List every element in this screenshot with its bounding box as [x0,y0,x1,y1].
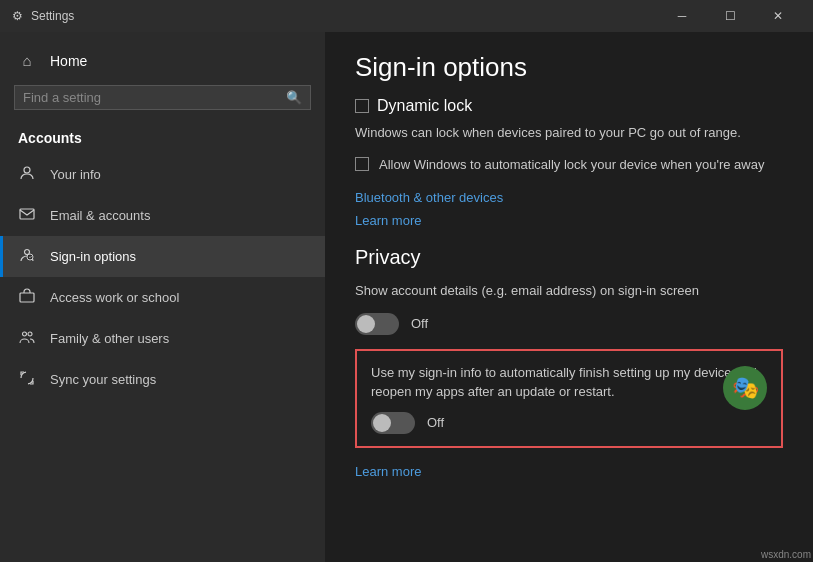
highlighted-box-text: Use my sign-in info to automatically fin… [371,363,767,402]
main-content: Sign-in options Dynamic lock Windows can… [325,32,813,562]
email-accounts-icon [18,206,36,225]
access-work-school-icon [18,288,36,307]
sidebar-item-email-accounts[interactable]: Email & accounts [0,195,325,236]
svg-point-6 [28,332,32,336]
sidebar-item-sync-settings[interactable]: Sync your settings [0,359,325,400]
your-info-icon [18,165,36,184]
toggle1-knob [357,315,375,333]
maximize-button[interactable]: ☐ [707,0,753,32]
home-label: Home [50,53,87,69]
sync-settings-label: Sync your settings [50,372,156,387]
svg-rect-4 [20,293,34,302]
title-bar-left: ⚙ Settings [12,9,74,23]
watermark: wsxdn.com [761,549,811,560]
sidebar-item-access-work-school[interactable]: Access work or school [0,277,325,318]
show-account-desc: Show account details (e.g. email address… [355,281,783,301]
dynamic-lock-desc: Windows can lock when devices paired to … [355,123,783,143]
allow-lock-checkbox[interactable] [355,157,369,171]
toggle2-row: Off [371,412,767,434]
svg-point-0 [24,167,30,173]
bluetooth-link[interactable]: Bluetooth & other devices [355,190,783,205]
title-bar: ⚙ Settings ─ ☐ ✕ [0,0,813,32]
toggle1-row: Off [355,313,783,335]
toggle2-knob [373,414,391,432]
sync-settings-icon [18,370,36,389]
dynamic-lock-checkbox[interactable] [355,99,369,113]
access-work-school-label: Access work or school [50,290,179,305]
dynamic-lock-header: Dynamic lock [355,97,783,115]
page-title: Sign-in options [355,52,783,83]
family-other-users-icon [18,329,36,348]
search-box: 🔍 [14,85,311,110]
sidebar-item-your-info[interactable]: Your info [0,154,325,195]
avatar: 🎭 [723,366,767,410]
svg-point-5 [23,332,27,336]
minimize-button[interactable]: ─ [659,0,705,32]
app-body: ⌂ Home 🔍 Accounts Your info [0,32,813,562]
home-icon: ⌂ [18,52,36,69]
sidebar-item-home[interactable]: ⌂ Home [0,42,325,79]
settings-icon: ⚙ [12,9,23,23]
toggle2-label: Off [427,415,444,430]
sidebar-section-label: Accounts [0,124,325,154]
sign-in-options-label: Sign-in options [50,249,136,264]
toggle2[interactable] [371,412,415,434]
title-bar-title: Settings [31,9,74,23]
dynamic-lock-label: Dynamic lock [377,97,472,115]
svg-rect-1 [20,209,34,219]
learn-more-link-2[interactable]: Learn more [355,464,783,479]
use-signin-desc: Use my sign-in info to automatically fin… [371,365,757,400]
sidebar-item-family-other-users[interactable]: Family & other users [0,318,325,359]
family-other-users-label: Family & other users [50,331,169,346]
toggle1-label: Off [411,316,428,331]
allow-lock-label: Allow Windows to automatically lock your… [379,155,764,175]
highlighted-box: Use my sign-in info to automatically fin… [355,349,783,448]
privacy-title: Privacy [355,246,783,269]
your-info-label: Your info [50,167,101,182]
title-bar-controls: ─ ☐ ✕ [659,0,801,32]
sidebar-item-sign-in-options[interactable]: Sign-in options [0,236,325,277]
email-accounts-label: Email & accounts [50,208,150,223]
allow-lock-row: Allow Windows to automatically lock your… [355,155,783,175]
sign-in-icon [18,247,36,266]
sidebar: ⌂ Home 🔍 Accounts Your info [0,32,325,562]
search-icon: 🔍 [286,90,302,105]
learn-more-link-1[interactable]: Learn more [355,213,783,228]
toggle1[interactable] [355,313,399,335]
search-input[interactable] [23,90,278,105]
close-button[interactable]: ✕ [755,0,801,32]
